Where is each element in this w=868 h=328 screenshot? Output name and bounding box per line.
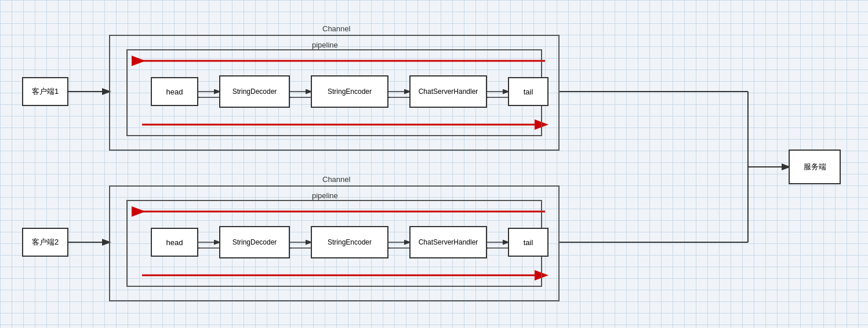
handler-head-row2: head — [151, 228, 198, 257]
handler-stringencoder-row2: StringEncoder — [311, 226, 388, 258]
pipeline1-label: pipeline — [312, 41, 338, 49]
chatserverhandler-label-row2: ChatServerHandler — [419, 238, 478, 246]
handler-head-row1: head — [151, 77, 198, 106]
server-box: 服务端 — [789, 150, 841, 184]
handler-chatserverhandler-row1: ChatServerHandler — [409, 75, 487, 108]
channel1-label: Channel — [322, 24, 350, 33]
handler-stringdecoder-row2: StringDecoder — [219, 226, 290, 258]
pipeline2-label: pipeline — [312, 191, 338, 200]
client2-label: 客户端2 — [32, 237, 59, 247]
client1-box: 客户端1 — [22, 77, 68, 106]
stringencoder-label-row2: StringEncoder — [328, 238, 372, 246]
handler-tail-row1: tail — [508, 77, 549, 106]
head-label-row1: head — [166, 88, 183, 96]
server-label: 服务端 — [804, 162, 826, 172]
handler-stringdecoder-row1: StringDecoder — [219, 75, 290, 108]
channel2-label: Channel — [322, 175, 350, 184]
handler-chatserverhandler-row2: ChatServerHandler — [409, 226, 487, 258]
handler-stringencoder-row1: StringEncoder — [311, 75, 388, 108]
handler-tail-row2: tail — [508, 228, 549, 257]
stringdecoder-label-row1: StringDecoder — [233, 88, 277, 96]
head-label-row2: head — [166, 238, 183, 247]
stringdecoder-label-row2: StringDecoder — [233, 238, 277, 246]
diagram: 客户端1 Channel pipeline head StringDecoder… — [0, 0, 868, 328]
tail-label-row2: tail — [524, 238, 533, 247]
client1-label: 客户端1 — [32, 86, 59, 97]
chatserverhandler-label-row1: ChatServerHandler — [419, 88, 478, 96]
client2-box: 客户端2 — [22, 228, 68, 257]
tail-label-row1: tail — [524, 88, 533, 96]
stringencoder-label-row1: StringEncoder — [328, 88, 372, 96]
